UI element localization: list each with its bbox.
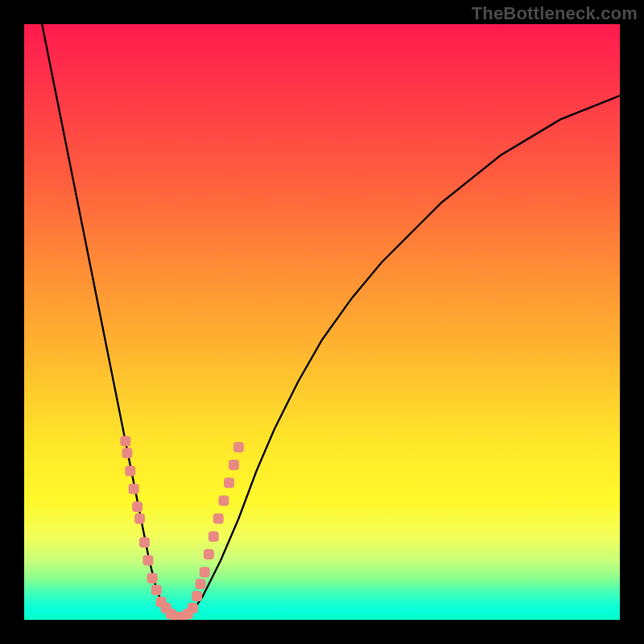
watermark-text: TheBottleneck.com xyxy=(472,3,638,24)
marker-dot xyxy=(200,567,210,577)
marker-dot xyxy=(120,436,130,447)
marker-dot xyxy=(224,477,234,488)
marker-dot xyxy=(134,514,145,524)
marker-dot xyxy=(132,502,142,512)
marker-dot xyxy=(122,448,133,458)
curve-svg xyxy=(24,24,620,620)
marker-dot xyxy=(208,531,219,542)
marker-dot xyxy=(213,514,224,524)
marker-dot xyxy=(218,496,229,506)
marker-dot xyxy=(147,573,158,584)
marker-dot xyxy=(142,555,153,566)
marker-dot xyxy=(125,466,135,477)
bottleneck-curve xyxy=(42,24,620,620)
marker-dot xyxy=(188,603,198,613)
chart-frame: TheBottleneck.com xyxy=(0,0,644,644)
highlight-markers xyxy=(120,436,244,621)
marker-dot xyxy=(129,484,139,494)
marker-dot xyxy=(192,591,202,601)
plot-area xyxy=(24,24,620,620)
marker-dot xyxy=(196,579,206,589)
marker-dot xyxy=(139,537,150,547)
marker-dot xyxy=(233,442,244,452)
marker-dot xyxy=(229,460,239,470)
marker-dot xyxy=(204,549,214,559)
marker-dot xyxy=(151,585,162,596)
